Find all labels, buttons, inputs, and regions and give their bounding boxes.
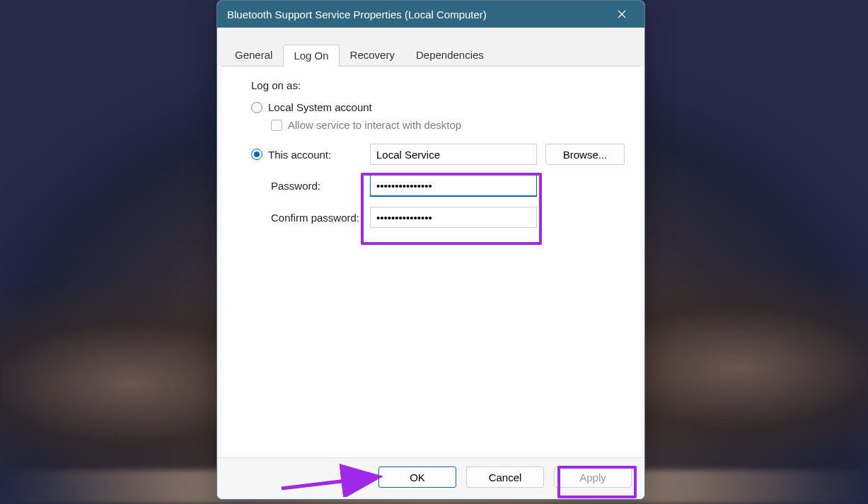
allow-interact-row: Allow service to interact with desktop [271,119,623,131]
dialog-button-bar: OK Cancel Apply [217,457,644,499]
this-account-label: This account: [268,149,331,161]
this-account-row[interactable]: This account: [251,149,361,161]
apply-button[interactable]: Apply [554,466,632,488]
confirm-password-input[interactable] [370,207,537,228]
confirm-password-label: Confirm password: [251,212,361,224]
tab-general[interactable]: General [224,44,283,66]
ok-button[interactable]: OK [378,466,456,488]
checkbox-allow-interact [271,120,282,131]
logon-panel: Log on as: Local System account Allow se… [221,66,640,457]
cancel-button[interactable]: Cancel [466,466,544,488]
tab-recovery[interactable]: Recovery [340,44,405,66]
password-input[interactable] [370,175,537,197]
window-title: Bluetooth Support Service Properties (Lo… [227,8,606,21]
tab-log-on[interactable]: Log On [283,45,339,67]
logon-as-label: Log on as: [251,79,623,91]
close-button[interactable] [606,4,637,25]
browse-button[interactable]: Browse... [545,144,625,165]
local-system-row[interactable]: Local System account [251,101,623,113]
titlebar[interactable]: Bluetooth Support Service Properties (Lo… [217,1,644,28]
close-icon [618,10,626,18]
radio-this-account[interactable] [251,149,262,160]
service-properties-dialog: Bluetooth Support Service Properties (Lo… [216,0,645,500]
radio-local-system[interactable] [251,102,262,113]
allow-interact-label: Allow service to interact with desktop [288,119,461,131]
password-label: Password: [251,180,361,192]
tab-dependencies[interactable]: Dependencies [405,44,494,66]
local-system-label: Local System account [268,101,372,113]
account-input[interactable] [370,144,537,165]
tab-strip: General Log On Recovery Dependencies [217,28,644,66]
